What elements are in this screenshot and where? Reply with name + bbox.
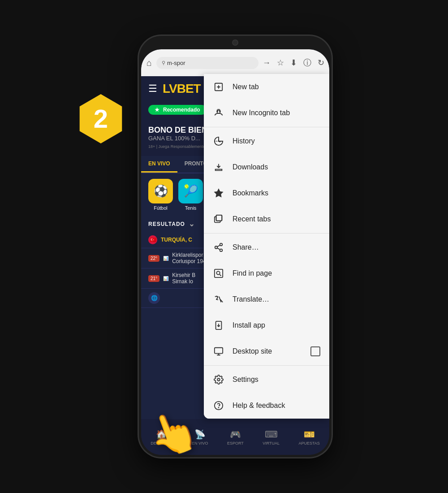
bookmark-icon[interactable]: ☆ bbox=[276, 56, 285, 69]
menu-divider-1 bbox=[204, 127, 329, 127]
menu-recent-tabs[interactable]: Recent tabs bbox=[204, 206, 329, 232]
esport-icon: 🎮 bbox=[230, 429, 241, 440]
install-app-icon bbox=[213, 320, 224, 331]
refresh-icon[interactable]: ↻ bbox=[316, 56, 326, 69]
share-icon bbox=[213, 242, 224, 253]
phone-screen: ⌂ ⚲ m-spor → ☆ ⬇ ⓘ ↻ ☰ bbox=[141, 49, 329, 455]
tab-en-vivo[interactable]: EN VIVO bbox=[141, 156, 177, 173]
downloads-icon bbox=[213, 161, 224, 173]
menu-share[interactable]: Share… bbox=[204, 234, 329, 260]
new-tab-label: New tab bbox=[233, 83, 259, 91]
browser-nav-icons: → ☆ ⬇ ⓘ ↻ bbox=[261, 56, 326, 69]
settings-icon bbox=[213, 374, 224, 385]
svg-point-24 bbox=[217, 378, 220, 381]
svg-point-11 bbox=[220, 243, 223, 246]
install-app-label: Install app bbox=[233, 321, 265, 329]
globe-icon: 🌐 bbox=[148, 292, 160, 304]
info-icon[interactable]: ⓘ bbox=[302, 56, 313, 69]
sport-futbol[interactable]: ⚽ Fútbol bbox=[148, 179, 173, 211]
history-icon bbox=[213, 135, 224, 147]
turkey-flag: 🇹🇷 bbox=[148, 235, 157, 244]
tenis-icon: 🎾 bbox=[178, 179, 203, 203]
phone-frame: ⌂ ⚲ m-spor → ☆ ⬇ ⓘ ↻ ☰ bbox=[139, 36, 332, 457]
svg-rect-21 bbox=[215, 348, 223, 354]
bookmarks-icon bbox=[213, 187, 224, 199]
forward-icon[interactable]: → bbox=[261, 57, 272, 69]
menu-history[interactable]: History bbox=[204, 128, 329, 154]
menu-install-app[interactable]: Install app bbox=[204, 312, 329, 338]
find-in-page-icon bbox=[213, 268, 224, 279]
translate-label: Translate… bbox=[233, 295, 269, 303]
menu-translate[interactable]: Translate… bbox=[204, 286, 329, 312]
step-badge: 2 bbox=[76, 94, 125, 143]
menu-divider-3 bbox=[204, 365, 329, 366]
translate-icon bbox=[213, 294, 224, 305]
futbol-icon: ⚽ bbox=[148, 179, 173, 203]
virtual-icon: ⌨ bbox=[265, 429, 278, 440]
recommended-badge: ★ Recomendado bbox=[148, 105, 207, 115]
svg-point-12 bbox=[215, 246, 218, 249]
url-bar[interactable]: ⚲ m-spor bbox=[156, 57, 258, 69]
nav-esport[interactable]: 🎮 ESPORT bbox=[227, 429, 244, 445]
help-feedback-label: Help & feedback bbox=[233, 402, 285, 410]
phone-camera bbox=[232, 39, 238, 46]
download-icon[interactable]: ⬇ bbox=[289, 56, 298, 69]
website-background: ⌂ ⚲ m-spor → ☆ ⬇ ⓘ ↻ ☰ bbox=[141, 49, 329, 455]
incognito-icon bbox=[213, 107, 224, 119]
incognito-label: New Incognito tab bbox=[233, 109, 290, 117]
svg-rect-9 bbox=[216, 215, 222, 221]
home-icon[interactable]: ⌂ bbox=[145, 56, 154, 70]
chrome-menu: New tab New Incognito tab bbox=[204, 74, 329, 419]
apuestas-icon: 🎫 bbox=[304, 429, 315, 440]
desktop-site-icon bbox=[213, 346, 224, 357]
settings-label: Settings bbox=[233, 376, 258, 384]
nav-virtual[interactable]: ⌨ VIRTUAL bbox=[263, 429, 280, 445]
downloads-label: Downloads bbox=[233, 163, 268, 171]
svg-line-18 bbox=[220, 274, 221, 276]
svg-point-5 bbox=[220, 111, 220, 112]
menu-new-incognito-tab[interactable]: New Incognito tab bbox=[204, 100, 329, 126]
lvbet-logo: LVBET bbox=[163, 82, 201, 96]
help-icon bbox=[213, 400, 224, 411]
history-label: History bbox=[233, 137, 255, 145]
find-in-page-label: Find in page bbox=[233, 269, 272, 277]
menu-settings[interactable]: Settings bbox=[204, 367, 329, 393]
menu-help-feedback[interactable]: Help & feedback bbox=[204, 393, 329, 419]
svg-point-13 bbox=[220, 249, 223, 252]
menu-downloads[interactable]: Downloads bbox=[204, 154, 329, 180]
svg-rect-16 bbox=[215, 269, 223, 277]
share-label: Share… bbox=[233, 243, 259, 251]
svg-point-17 bbox=[216, 271, 220, 274]
browser-bar: ⌂ ⚲ m-spor → ☆ ⬇ ⓘ ↻ bbox=[141, 49, 329, 76]
svg-line-15 bbox=[217, 245, 220, 247]
menu-find-in-page[interactable]: Find in page bbox=[204, 260, 329, 286]
recent-tabs-label: Recent tabs bbox=[233, 215, 271, 223]
recent-tabs-icon bbox=[213, 213, 224, 225]
desktop-site-label: Desktop site bbox=[233, 347, 272, 355]
menu-divider-2 bbox=[204, 233, 329, 234]
menu-desktop-site[interactable]: Desktop site bbox=[204, 338, 329, 364]
sport-tenis[interactable]: 🎾 Tenis bbox=[178, 179, 203, 211]
new-tab-icon bbox=[213, 81, 224, 93]
menu-bookmarks[interactable]: Bookmarks bbox=[204, 180, 329, 206]
svg-line-14 bbox=[217, 248, 220, 250]
bookmarks-label: Bookmarks bbox=[233, 189, 268, 197]
menu-new-tab[interactable]: New tab bbox=[204, 74, 329, 100]
desktop-site-checkbox[interactable] bbox=[310, 346, 320, 356]
svg-point-4 bbox=[217, 111, 218, 112]
nav-apuestas[interactable]: 🎫 APUESTAS bbox=[298, 429, 319, 445]
svg-marker-7 bbox=[215, 189, 223, 197]
